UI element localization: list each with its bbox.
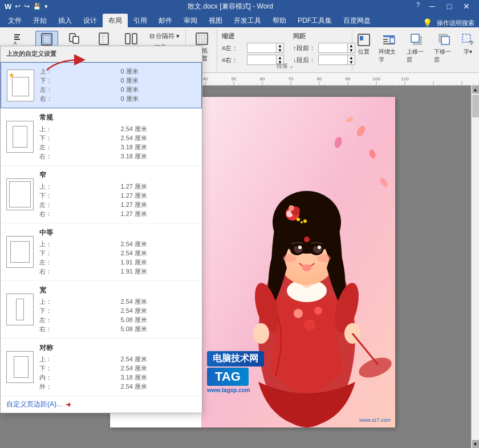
margin-name-mirrored: 对称: [39, 343, 196, 353]
margin-preview-normal: [6, 121, 34, 153]
tab-developer[interactable]: 开发工具: [228, 14, 267, 27]
tab-pdf[interactable]: PDF工具集: [292, 14, 338, 27]
tab-file[interactable]: 文件: [2, 14, 27, 27]
svg-rect-24: [383, 41, 388, 42]
bulb-icon: 💡: [423, 18, 432, 27]
separator-button[interactable]: ⊟ 分隔符 ▾: [147, 31, 182, 42]
send-backward-button[interactable]: 下移一层: [432, 32, 457, 65]
help-icon[interactable]: ?: [413, 1, 423, 11]
arrow-right-icon: [64, 401, 72, 409]
margin-item-custom[interactable]: ★ 上：0 厘米 下：0 厘米 左：0 厘米 右：0 厘米: [1, 62, 202, 108]
svg-text:50: 50: [232, 76, 237, 82]
indent-left-row: ≡左： 0 字符 ▲ ▼: [222, 43, 284, 53]
tab-references[interactable]: 引用: [128, 14, 153, 27]
custom-margins-label: 自定义页边距(A)...: [6, 400, 62, 409]
spacing-before-spinner[interactable]: 0 行 ▲ ▼: [318, 43, 355, 53]
indent-left-down[interactable]: ▼: [277, 48, 283, 52]
val-left-key-normal: 左：: [39, 143, 115, 152]
restore-button[interactable]: □: [441, 1, 457, 11]
tab-help[interactable]: 帮助: [267, 14, 292, 27]
margin-values-wide: 上：2.54 厘米 下：2.54 厘米 左：5.08 厘米 右：5.08 厘米: [39, 298, 196, 333]
val-top-narrow: 1.27 厘米: [121, 182, 197, 191]
quick-access-more[interactable]: ▾: [44, 3, 48, 10]
val-top-key-normal: 上：: [39, 125, 115, 133]
scroll-down-button[interactable]: ▼: [472, 440, 479, 448]
svg-text:40: 40: [203, 76, 208, 82]
svg-point-155: [253, 323, 269, 344]
margin-info-narrow: 窄 上：1.27 厘米 下：1.27 厘米 左：1.27 厘米 右：1.27 厘…: [39, 170, 196, 218]
title-bar-left: W ↩ ↪ 💾 ▾: [5, 2, 48, 11]
val-left-key-wide: 左：: [39, 316, 115, 324]
tab-layout[interactable]: 布局: [103, 14, 128, 27]
val-right-key-custom: 右：: [40, 95, 115, 103]
svg-rect-22: [383, 35, 395, 37]
word-icon: W: [5, 2, 11, 11]
spacing-before-input[interactable]: 0 行: [319, 43, 347, 52]
margin-name-normal: 常规: [39, 113, 196, 123]
close-button[interactable]: ✕: [458, 1, 474, 11]
tab-home[interactable]: 开始: [27, 14, 52, 27]
quick-access-undo[interactable]: ↩: [15, 2, 21, 10]
margin-values-mirrored: 上：2.54 厘米 下：2.54 厘米 内：3.18 厘米 外：2.54 厘米: [39, 355, 196, 391]
wrap-text-button[interactable]: 环绕文字: [376, 32, 402, 65]
bring-forward-button[interactable]: 上移一层: [404, 32, 430, 65]
minimize-button[interactable]: ─: [424, 1, 440, 11]
indent-section: 缩进 ≡左： 0 字符 ▲ ▼ ≡右： 0 字符: [222, 32, 284, 65]
val-right-key-wide: 右：: [39, 325, 115, 333]
scroll-thumb[interactable]: [472, 95, 479, 117]
svg-point-160: [304, 319, 315, 331]
margin-info-wide: 宽 上：2.54 厘米 下：2.54 厘米 左：5.08 厘米 右：5.08 厘…: [39, 286, 196, 333]
tab-view[interactable]: 视图: [203, 14, 228, 27]
margin-name-wide: 宽: [39, 286, 196, 295]
text-direction-icon: A: [13, 32, 26, 46]
val-left-key-custom: 左：: [40, 85, 115, 94]
margin-item-mirrored[interactable]: 对称 上：2.54 厘米 下：2.54 厘米 内：3.18 厘米 外：2.54 …: [1, 339, 202, 396]
position-button[interactable]: 位置: [354, 32, 374, 57]
indent-left-input[interactable]: 0 字符: [247, 43, 276, 52]
margin-inner-normal: [13, 126, 27, 148]
dropdown-header: 上次的自定义设置: [1, 46, 202, 62]
svg-text:80: 80: [317, 76, 322, 82]
margin-item-narrow[interactable]: 窄 上：1.27 厘米 下：1.27 厘米 左：1.27 厘米 右：1.27 厘…: [1, 166, 202, 223]
indent-left-arrows: ▲ ▼: [276, 43, 283, 52]
svg-point-141: [301, 221, 303, 223]
val-bot-key-normal: 下：: [39, 134, 115, 142]
val-left-key-medium: 左：: [39, 258, 115, 267]
val-bot-key-mirrored: 下：: [39, 364, 115, 373]
spacing-before-down[interactable]: ▼: [348, 48, 355, 52]
scrollbar-vertical[interactable]: ▲ ▼: [471, 85, 479, 448]
svg-text:70: 70: [289, 76, 294, 82]
val-top-key-medium: 上：: [39, 240, 115, 249]
val-top-custom: 0 厘米: [121, 67, 196, 76]
indent-left-spinner[interactable]: 0 字符 ▲ ▼: [247, 43, 284, 53]
margin-preview-custom: ★: [7, 70, 34, 101]
val-bot-medium: 2.54 厘米: [121, 249, 197, 258]
tab-insert[interactable]: 插入: [52, 14, 78, 27]
svg-point-147: [298, 246, 302, 249]
custom-margins-button[interactable]: 自定义页边距(A)...: [1, 396, 202, 413]
val-outer-key-mirrored: 外：: [39, 382, 115, 391]
tab-review[interactable]: 审阅: [178, 14, 203, 27]
margin-item-wide[interactable]: 宽 上：2.54 厘米 下：2.54 厘米 左：5.08 厘米 右：5.08 厘…: [1, 281, 202, 339]
scroll-up-button[interactable]: ▲: [472, 85, 479, 93]
tab-design[interactable]: 设计: [78, 14, 103, 27]
margin-item-normal[interactable]: 常规 上：2.54 厘米 下：2.54 厘米 左：3.18 厘米 右：3.18 …: [1, 108, 202, 166]
val-right-key-medium: 右：: [39, 267, 115, 276]
svg-text:A: A: [14, 40, 17, 46]
tab-mail[interactable]: 邮件: [153, 14, 178, 27]
margin-info-mirrored: 对称 上：2.54 厘米 下：2.54 厘米 内：3.18 厘米 外：2.54 …: [39, 343, 196, 391]
margin-info-medium: 中等 上：2.54 厘米 下：2.54 厘米 左：1.91 厘米 右：1.91 …: [39, 228, 196, 276]
val-bot-wide: 2.54 厘米: [121, 307, 197, 315]
tab-baidu[interactable]: 百度网盘: [338, 14, 376, 27]
val-top-key-narrow: 上：: [39, 182, 115, 191]
search-hint[interactable]: 操作说明搜索: [437, 19, 474, 27]
quick-access-redo[interactable]: ↪: [24, 2, 30, 10]
svg-point-148: [318, 246, 321, 249]
selection-pane-button[interactable]: 字 字▾: [460, 32, 477, 57]
send-backward-icon: [438, 33, 452, 47]
svg-rect-30: [441, 36, 449, 44]
svg-text:110: 110: [401, 76, 409, 82]
ribbon-right-area: 位置 环绕文字 上移一层 下移一层: [354, 30, 477, 71]
margin-item-medium[interactable]: 中等 上：2.54 厘米 下：2.54 厘米 左：1.91 厘米 右：1.91 …: [1, 223, 202, 281]
quick-access-save[interactable]: 💾: [33, 3, 41, 10]
